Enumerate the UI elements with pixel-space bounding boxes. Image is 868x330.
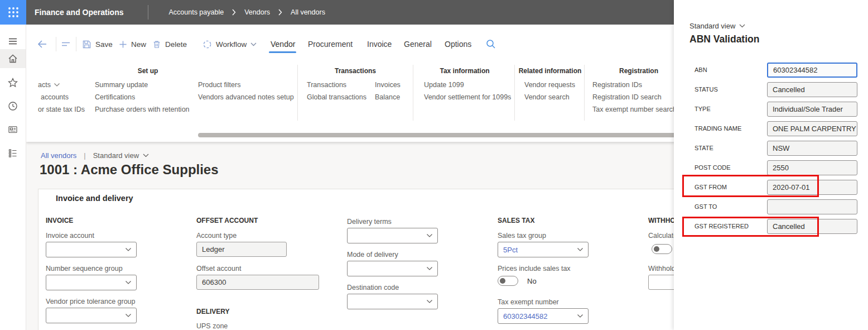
action-divider (76, 37, 76, 51)
ribbon-item-balance[interactable]: Balance (375, 93, 400, 101)
ribbon-item-vendor-settlement-1099s[interactable]: Vendor settlement for 1099s (424, 93, 511, 101)
invoice-account-label: Invoice account (46, 232, 94, 240)
ribbon-item-vendors-advanced-notes[interactable]: Vendors advanced notes setup (198, 93, 294, 101)
breadcrumb-all-vendors[interactable]: All vendors (291, 8, 325, 16)
tab-options[interactable]: Options (445, 38, 471, 50)
all-vendors-link[interactable]: All vendors (41, 151, 76, 160)
state-input[interactable]: NSW (767, 141, 857, 156)
sales-tax-group-label: Sales tax group (498, 232, 546, 240)
withholding-group-label: Withhold (648, 265, 676, 272)
ribbon-item-summary-update[interactable]: Summary update (95, 81, 148, 89)
ribbon-item-bank-accounts[interactable]: accounts (41, 93, 69, 101)
workspaces-icon[interactable] (7, 124, 18, 135)
gst-to-input[interactable] (767, 199, 857, 214)
ribbon-item-global-transactions[interactable]: Global transactions (307, 93, 367, 101)
app-title[interactable]: Finance and Operations (35, 8, 123, 17)
collapse-pane-button[interactable] (61, 38, 71, 50)
delivery-terms-combobox[interactable] (347, 228, 438, 243)
trading-name-input[interactable]: ONE PALM CARPENTRY (767, 121, 857, 136)
ribbon-group-transactions-title: Transactions (335, 67, 376, 75)
ribbon-item-tax-exempt-number-search[interactable]: Tax exempt number search (592, 106, 677, 113)
mode-of-delivery-combobox[interactable] (347, 261, 438, 276)
tax-exempt-number-combobox[interactable]: 60302344582 (498, 308, 589, 324)
vendor-price-tolerance-group-combobox[interactable] (46, 308, 137, 323)
type-label: TYPE (695, 106, 711, 112)
tab-general[interactable]: General (404, 38, 432, 50)
workflow-refresh-icon (202, 40, 212, 49)
abn-input[interactable]: 60302344582 (767, 63, 857, 78)
gst-registered-input[interactable]: Cancelled (767, 219, 857, 234)
ribbon-item-state-tax-ids[interactable]: or state tax IDs (38, 106, 85, 113)
invoice-account-combobox[interactable] (46, 242, 137, 257)
number-sequence-group-combobox[interactable] (46, 275, 137, 290)
ribbon-item-registration-id-search[interactable]: Registration ID search (592, 93, 662, 101)
type-input[interactable]: Individual/Sole Trader (767, 102, 857, 117)
breadcrumb-accounts-payable[interactable]: Accounts payable (168, 8, 224, 16)
chevron-down-icon (126, 281, 131, 284)
post-code-input[interactable]: 2550 (767, 160, 857, 175)
ribbon-item-purchase-orders-retention[interactable]: Purchase orders with retention (95, 106, 190, 113)
view-selector-label: Standard view (93, 151, 139, 160)
mode-of-delivery-label: Mode of delivery (347, 251, 398, 259)
chevron-right-icon (232, 9, 236, 16)
status-label: STATUS (695, 86, 718, 93)
app-launcher-button[interactable] (0, 0, 26, 25)
prices-include-sales-tax-label: Prices include sales tax (498, 265, 571, 272)
calculate-withholding-toggle[interactable] (652, 244, 672, 254)
ribbon-item-invoices[interactable]: Invoices (375, 81, 401, 89)
new-button[interactable]: New (119, 38, 146, 50)
breadcrumb-vendors[interactable]: Vendors (244, 8, 270, 16)
panel-view-selector[interactable]: Standard view (689, 22, 745, 30)
home-icon[interactable] (7, 53, 18, 64)
workflow-button[interactable]: Workflow (202, 38, 257, 50)
horizontal-scrollbar[interactable] (198, 133, 678, 137)
account-type-input[interactable]: Ledger (196, 242, 287, 257)
ribbon-item-vendor-requests[interactable]: Vendor requests (524, 81, 575, 89)
favorites-star-icon[interactable] (7, 77, 18, 88)
offset-account-input[interactable]: 606300 (196, 275, 319, 290)
chevron-down-icon (250, 42, 257, 46)
toggle-knob (654, 246, 659, 252)
ribbon-item-certifications[interactable]: Certifications (95, 93, 135, 101)
ribbon-item-contacts[interactable]: acts (38, 81, 60, 89)
view-selector[interactable]: Standard view (93, 151, 149, 160)
ribbon-item-registration-ids[interactable]: Registration IDs (592, 81, 642, 89)
gst-from-label: GST FROM (695, 184, 727, 190)
lines-icon (61, 39, 71, 49)
ribbon-item-product-filters[interactable]: Product filters (198, 81, 240, 89)
ribbon-item-vendor-search[interactable]: Vendor search (524, 93, 570, 101)
tab-procurement[interactable]: Procurement (308, 38, 353, 50)
chevron-down-icon (427, 267, 432, 270)
panel-row-trading-name: TRADING NAME ONE PALM CARPENTRY (674, 121, 868, 136)
tab-invoice[interactable]: Invoice (367, 38, 392, 50)
ribbon-item-transactions[interactable]: Transactions (307, 81, 346, 89)
modules-list-icon[interactable] (7, 147, 18, 159)
panel-row-post-code: POST CODE 2550 (674, 160, 868, 175)
panel-row-status: STATUS Cancelled (674, 82, 868, 97)
destination-code-combobox[interactable] (347, 294, 438, 309)
chevron-right-icon (278, 9, 282, 16)
vendor-price-tolerance-group-label: Vendor price tolerance group (46, 298, 136, 305)
abn-label: ABN (695, 66, 707, 73)
chevron-down-icon (577, 248, 583, 251)
app-screen: Finance and Operations Accounts payable … (0, 0, 868, 330)
gst-from-input[interactable]: 2020-07-01 (767, 180, 857, 195)
sales-tax-group-combobox[interactable]: 5Pct (498, 242, 589, 257)
sales-tax-group-header: SALES TAX (498, 217, 534, 224)
abn-validation-panel: Standard view ABN Validation ABN 6030234… (674, 0, 868, 330)
menu-icon[interactable] (7, 36, 18, 47)
back-button[interactable] (37, 38, 47, 50)
chevron-down-icon (577, 314, 583, 318)
prices-include-sales-tax-toggle[interactable] (498, 276, 518, 286)
section-header-invoice-and-delivery[interactable]: Invoice and delivery (56, 194, 133, 203)
ribbon-item-update-1099[interactable]: Update 1099 (424, 81, 464, 89)
delete-button[interactable]: Delete (152, 38, 187, 50)
save-button[interactable]: Save (82, 38, 113, 50)
panel-row-abn: ABN 60302344582 (674, 63, 868, 78)
waffle-icon (7, 6, 20, 18)
status-input[interactable]: Cancelled (767, 82, 857, 97)
delete-label: Delete (165, 40, 187, 49)
recent-clock-icon[interactable] (7, 101, 18, 112)
search-icon[interactable] (486, 39, 496, 49)
tab-vendor[interactable]: Vendor (271, 38, 295, 50)
